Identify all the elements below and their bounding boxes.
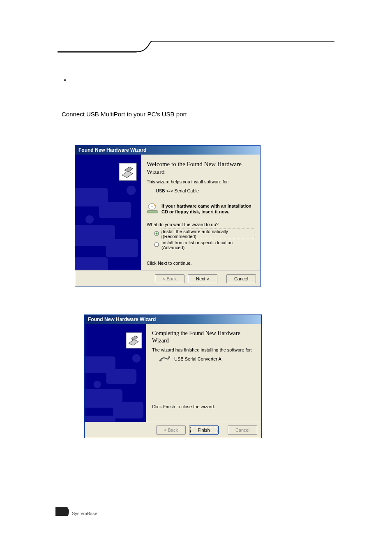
systembase-logo-icon (55, 507, 71, 516)
hardware-device-icon (126, 332, 142, 349)
svg-point-22 (132, 354, 141, 362)
help-line: This wizard helps you install software f… (147, 179, 254, 184)
cd-insert-icon (147, 203, 158, 215)
cancel-button[interactable]: Cancel (228, 426, 257, 435)
dialog-title: Found New Hardware Wizard (75, 146, 260, 155)
svg-point-12 (151, 206, 153, 207)
connect-instruction: Connect USB MultiPort to your PC's USB p… (62, 111, 330, 118)
radio-list-install[interactable]: Install from a list or specific location… (154, 240, 254, 250)
radio-selected-icon (154, 231, 159, 237)
cancel-button[interactable]: Cancel (226, 274, 256, 283)
bottom-caption: " " (74, 442, 330, 448)
svg-point-6 (127, 186, 136, 195)
svg-point-16 (154, 243, 159, 247)
wizard-question: What do you want the wizard to do? (147, 222, 254, 227)
svg-rect-9 (75, 257, 108, 270)
radio-auto-install[interactable]: Install the software automatically (Reco… (154, 229, 254, 239)
svg-rect-28 (168, 356, 170, 358)
svg-point-15 (156, 233, 158, 235)
finish-button[interactable]: Finish (189, 426, 219, 435)
found-new-hardware-dialog-2: Found New Hardware Wizard (84, 314, 262, 438)
diamond-icon: ◆ (64, 78, 66, 82)
usb-serial-icon (159, 355, 170, 363)
next-button[interactable]: Next > (188, 274, 217, 283)
page-footer: SystemBase (55, 507, 97, 516)
hardware-device-icon (119, 163, 137, 182)
device-name: USB <-> Serial Cable (156, 188, 254, 193)
svg-rect-25 (85, 416, 115, 422)
radio-auto-label: Install the software automatically (Reco… (161, 229, 254, 239)
device-name: USB Serial Converter A (174, 356, 221, 361)
svg-point-26 (94, 381, 101, 388)
insert-cd-text: If your hardware came with an installati… (161, 203, 254, 215)
back-button[interactable]: < Back (156, 426, 186, 435)
page-header-rule (58, 41, 334, 53)
svg-rect-13 (148, 210, 157, 213)
footer-brand-text: SystemBase (72, 511, 97, 516)
svg-rect-24 (113, 402, 143, 419)
wizard-heading: Completing the Found New Hardware Wizard (152, 330, 256, 344)
done-line: The wizard has finished installing the s… (152, 347, 256, 352)
dialog-footer: < Back Next > Cancel (75, 271, 260, 287)
step-1-text: " " " " (74, 134, 330, 140)
continue-text: Click Next to continue. (147, 261, 254, 266)
svg-point-10 (85, 215, 94, 224)
dialog-title: Found New Hardware Wizard (85, 315, 261, 324)
back-button[interactable]: < Back (155, 274, 184, 283)
wizard-sidebar (85, 324, 146, 422)
wizard-sidebar (75, 155, 141, 270)
svg-rect-8 (106, 239, 138, 257)
found-new-hardware-dialog-1: Found New Hardware Wizard (75, 145, 261, 287)
svg-rect-29 (55, 507, 65, 516)
section-bullet-row: ◆ (64, 78, 330, 82)
close-text: Click Finish to close the wizard. (152, 404, 256, 409)
wizard-main-panel: Completing the Found New Hardware Wizard… (146, 324, 261, 422)
step-2-text: " " (74, 303, 330, 310)
dialog-footer: < Back Finish Cancel (85, 422, 261, 438)
svg-rect-5 (99, 202, 131, 218)
wizard-heading: Welcome to the Found New Hardware Wizard (147, 160, 254, 176)
svg-rect-21 (106, 369, 136, 384)
radio-list-label: Install from a list or specific location… (161, 240, 254, 250)
radio-unselected-icon (154, 242, 159, 248)
wizard-main-panel: Welcome to the Found New Hardware Wizard… (141, 155, 260, 271)
svg-rect-27 (159, 360, 161, 361)
